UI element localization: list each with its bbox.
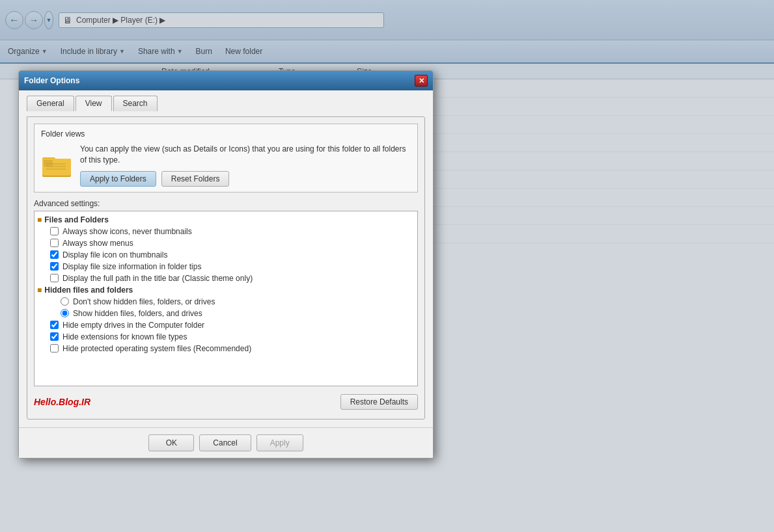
folder-views-desc: You can apply the view (such as Details …: [80, 144, 411, 187]
tab-bar: General View Search: [27, 96, 425, 111]
settings-checkbox-item[interactable]: Display the full path in the title bar (…: [35, 273, 417, 284]
apply-button[interactable]: Apply: [256, 434, 303, 451]
watermark: Hello.Blog.IR: [34, 397, 90, 407]
settings-item-label: Hide extensions for known file types: [62, 332, 187, 341]
settings-list: ■Files and FoldersAlways show icons, nev…: [35, 211, 417, 386]
folder-options-dialog: Folder Options ✕ General View Search Fol…: [18, 70, 434, 459]
apply-to-folders-button[interactable]: Apply to Folders: [80, 171, 156, 187]
settings-checkbox[interactable]: [50, 227, 59, 235]
settings-item-label: Show hidden files, folders, and drives: [73, 309, 202, 318]
settings-item-label: Hide empty drives in the Computer folder: [62, 321, 204, 330]
settings-category: ■Hidden files and folders: [35, 284, 417, 296]
settings-list-container: ■Files and FoldersAlways show icons, nev…: [34, 211, 418, 386]
settings-item-label: Always show icons, never thumbnails: [62, 227, 192, 236]
folder-views-inner: You can apply the view (such as Details …: [41, 144, 411, 187]
settings-item-label: Don't show hidden files, folders, or dri…: [73, 297, 215, 306]
folder-views-legend: Folder views: [41, 129, 411, 139]
reset-folders-button[interactable]: Reset Folders: [161, 171, 230, 187]
settings-item-label: Display file size information in folder …: [62, 262, 201, 271]
settings-radio[interactable]: [61, 309, 69, 317]
view-tab-content: Folder views: [27, 116, 425, 419]
settings-checkbox[interactable]: [50, 321, 59, 329]
settings-checkbox-item[interactable]: Hide protected operating system files (R…: [35, 343, 417, 354]
tab-view[interactable]: View: [76, 96, 112, 111]
tab-general[interactable]: General: [27, 96, 74, 111]
settings-checkbox[interactable]: [50, 344, 59, 352]
dialog-content: General View Search Folder views: [19, 90, 433, 427]
settings-checkbox[interactable]: [50, 250, 59, 259]
settings-radio-item[interactable]: Don't show hidden files, folders, or dri…: [45, 296, 417, 308]
dialog-title: Folder Options: [24, 76, 79, 85]
folder-icon: [41, 150, 72, 181]
settings-item-label: Display file icon on thumbnails: [62, 250, 167, 259]
dialog-bottom: Hello.Blog.IR Restore Defaults: [34, 392, 418, 412]
settings-item-label: Always show menus: [62, 239, 133, 248]
cancel-button[interactable]: Cancel: [199, 434, 251, 451]
dialog-titlebar: Folder Options ✕: [19, 71, 433, 90]
dialog-footer: OK Cancel Apply: [19, 427, 433, 458]
settings-checkbox[interactable]: [50, 262, 59, 271]
settings-checkbox-item[interactable]: Hide empty drives in the Computer folder: [35, 319, 417, 331]
close-button[interactable]: ✕: [415, 75, 428, 86]
folder-views-group: Folder views: [34, 124, 418, 193]
restore-defaults-button[interactable]: Restore Defaults: [340, 394, 418, 410]
settings-radio[interactable]: [61, 297, 69, 306]
settings-checkbox-item[interactable]: Display file size information in folder …: [35, 261, 417, 273]
settings-checkbox-item[interactable]: Always show menus: [35, 237, 417, 249]
svg-rect-3: [44, 160, 53, 166]
ok-button[interactable]: OK: [148, 434, 194, 451]
folder-views-buttons: Apply to Folders Reset Folders: [80, 171, 411, 187]
tab-search[interactable]: Search: [113, 96, 158, 111]
settings-radio-item[interactable]: Show hidden files, folders, and drives: [45, 308, 417, 319]
settings-item-label: Display the full path in the title bar (…: [62, 274, 253, 283]
advanced-settings-label: Advanced settings:: [34, 199, 418, 208]
settings-checkbox-item[interactable]: Hide extensions for known file types: [35, 331, 417, 343]
settings-checkbox-item[interactable]: Always show icons, never thumbnails: [35, 226, 417, 237]
settings-checkbox[interactable]: [50, 274, 59, 282]
settings-item-label: Hide protected operating system files (R…: [62, 344, 251, 353]
settings-checkbox[interactable]: [50, 332, 59, 341]
settings-checkbox-item[interactable]: Display file icon on thumbnails: [35, 249, 417, 261]
settings-category: ■Files and Folders: [35, 214, 417, 226]
settings-checkbox[interactable]: [50, 239, 59, 247]
